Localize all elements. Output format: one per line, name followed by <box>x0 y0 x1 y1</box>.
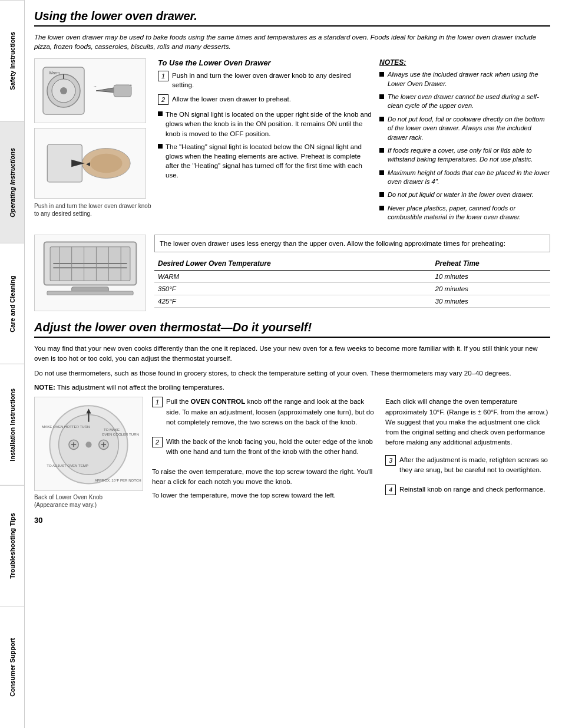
thermo-step-3: 3 After the adjustment is made, retighte… <box>385 455 550 479</box>
sidebar: Safety Instructions Operating Instructio… <box>0 0 25 728</box>
thermo-caption-1: Back of Lower Oven Knob <box>34 493 146 501</box>
oven-knob-diagram: Warm → <box>34 58 146 123</box>
preheat-table: Desired Lower Oven Temperature Preheat T… <box>154 257 550 308</box>
right-col: NOTES: Always use the included drawer ra… <box>379 58 550 226</box>
sidebar-item-troubleshooting[interactable]: Troubleshooting Tips <box>0 485 24 607</box>
thermo-right-intro: Each click will change the oven temperat… <box>385 397 550 447</box>
step-text-2: Allow the lower oven drawer to preheat. <box>172 94 291 104</box>
thermo-knob-diagram: MAKE OVEN HOTTER TURN TO ADJUST OVEN TEM… <box>34 397 143 491</box>
note-6: Do not put liquid or water in the lower … <box>379 190 550 199</box>
thermo-left: MAKE OVEN HOTTER TURN TO ADJUST OVEN TEM… <box>34 397 146 509</box>
svg-point-3 <box>60 87 67 94</box>
signal-on-text: The ON signal light is located on the up… <box>166 110 373 138</box>
step-num-1: 1 <box>158 71 168 81</box>
sidebar-item-consumer[interactable]: Consumer Support <box>0 607 24 728</box>
thermo-caption-2: (Appearance may vary.) <box>34 501 146 509</box>
note-4: If foods require a cover, use only foil … <box>379 146 550 164</box>
preheat-table-wrap: The lower oven drawer uses less energy t… <box>154 235 550 311</box>
svg-text:TO MAKE: TO MAKE <box>104 427 120 431</box>
svg-text:TO ADJUST OVEN TEMP: TO ADJUST OVEN TEMP <box>47 463 88 467</box>
thermo-step-text-1: Pull the OVEN CONTROL knob off the range… <box>166 397 379 427</box>
note-3-text: Do not put food, foil or cookware direct… <box>388 115 550 142</box>
note-7: Never place plastics, paper, canned food… <box>379 204 550 222</box>
col-header-temp: Desired Lower Oven Temperature <box>154 257 432 271</box>
col-header-time: Preheat Time <box>432 257 550 271</box>
svg-text:→: → <box>93 84 97 88</box>
note-2-text: The lower oven drawer cannot be used dur… <box>388 93 550 111</box>
left-col: Warm → ◀ Push in and turn t <box>34 58 152 226</box>
thermo-middle: 1 Pull the OVEN CONTROL knob off the ran… <box>152 397 379 509</box>
sidebar-item-operating[interactable]: Operating Instructions <box>0 121 24 243</box>
svg-text:APPROX. 10°F PER NOTCH: APPROX. 10°F PER NOTCH <box>95 478 141 482</box>
step-1: 1 Push in and turn the lower oven drawer… <box>158 71 373 90</box>
thermo-note: NOTE: This adjustment will not affect th… <box>34 383 550 392</box>
note-5: Maximum height of foods that can be plac… <box>379 169 550 187</box>
thermo-step-num-3: 3 <box>385 455 396 466</box>
diagram-caption-knob: Push in and turn the lower oven drawer k… <box>34 202 152 218</box>
signal-on: The ON signal light is located on the up… <box>158 110 373 138</box>
thermo-note-text: This adjustment will not affect the broi… <box>57 384 224 391</box>
preheat-oven-diagram <box>34 235 146 311</box>
temp-cell: WARM <box>154 270 432 282</box>
note-6-text: Do not put liquid or water in the lower … <box>388 190 534 199</box>
svg-point-41 <box>85 442 91 447</box>
svg-text:Warm: Warm <box>49 71 60 75</box>
svg-text:◀: ◀ <box>86 161 90 167</box>
thermo-raise-text: To raise the oven temperature, move the … <box>152 467 379 487</box>
signal-heating: The "Heating" signal light is located be… <box>158 142 373 180</box>
note-1-text: Always use the included drawer rack when… <box>388 70 550 88</box>
sidebar-item-care[interactable]: Care and Cleaning <box>0 243 24 364</box>
svg-text:OVEN COOLER TURN: OVEN COOLER TURN <box>102 432 139 436</box>
step-num-2: 2 <box>158 94 168 105</box>
thermo-step-text-2: With the back of the knob facing you, ho… <box>166 437 379 457</box>
thermo-right: Each click will change the oven temperat… <box>385 397 550 509</box>
thermo-intro-1: You may find that your new oven cooks di… <box>34 344 550 364</box>
main-content: Using the lower oven drawer. The lower o… <box>25 0 562 728</box>
thermo-step-text-4: Reinstall knob on range and check perfor… <box>399 485 545 495</box>
note-5-text: Maximum height of foods that can be plac… <box>388 169 550 187</box>
upper-section: Warm → ◀ Push in and turn t <box>34 58 550 226</box>
thermo-step-1: 1 Pull the OVEN CONTROL knob off the ran… <box>152 397 379 431</box>
thermo-lower: MAKE OVEN HOTTER TURN TO ADJUST OVEN TEM… <box>34 397 550 509</box>
thermo-step-num-1: 1 <box>152 397 163 407</box>
svg-point-11 <box>90 154 123 173</box>
intro-text: The lower oven drawer may be used to bak… <box>34 32 550 51</box>
thermo-step-4: 4 Reinstall knob on range and check perf… <box>385 485 550 498</box>
table-row: 350°F20 minutes <box>154 282 550 295</box>
page-number: 30 <box>34 516 550 525</box>
time-cell: 30 minutes <box>432 295 550 307</box>
note-3: Do not put food, foil or cookware direct… <box>379 115 550 142</box>
temp-cell: 425°F <box>154 295 432 307</box>
thermo-step-text-3: After the adjustment is made, retighten … <box>399 455 550 476</box>
preheat-section: The lower oven drawer uses less energy t… <box>34 235 550 311</box>
subsection-title: To Use the Lower Oven Drawer <box>158 58 373 67</box>
preheat-intro: The lower oven drawer uses less energy t… <box>154 235 550 252</box>
svg-rect-8 <box>114 85 131 97</box>
time-cell: 20 minutes <box>432 282 550 295</box>
thermo-step-num-2: 2 <box>152 437 163 447</box>
note-1: Always use the included drawer rack when… <box>379 70 550 88</box>
step-text-1: Push in and turn the lower oven drawer k… <box>172 71 373 90</box>
thermo-step-num-4: 4 <box>385 485 396 495</box>
note-2: The lower oven drawer cannot be used dur… <box>379 93 550 111</box>
svg-text:MAKE OVEN HOTTER TURN: MAKE OVEN HOTTER TURN <box>42 424 90 428</box>
temp-cell: 350°F <box>154 282 432 295</box>
oven-hand-diagram: ◀ <box>34 128 146 199</box>
step-2: 2 Allow the lower oven drawer to preheat… <box>158 94 373 105</box>
table-row: WARM10 minutes <box>154 270 550 282</box>
note-4-text: If foods require a cover, use only foil … <box>388 146 550 164</box>
signal-heating-text: The "Heating" signal light is located be… <box>166 142 373 180</box>
note-7-text: Never place plastics, paper, canned food… <box>388 204 550 222</box>
thermo-lower-text: To lower the temperature, move the top s… <box>152 490 379 500</box>
section-title-lower-oven: Using the lower oven drawer. <box>34 9 550 27</box>
table-row: 425°F30 minutes <box>154 295 550 307</box>
sidebar-item-installation[interactable]: Installation Instructions <box>0 364 24 485</box>
thermo-step-2: 2 With the back of the knob facing you, … <box>152 437 379 461</box>
notes-label: NOTES: <box>379 58 550 67</box>
thermo-intro-2: Do not use thermometers, such as those f… <box>34 368 550 378</box>
svg-rect-25 <box>47 291 133 295</box>
signal-block: The ON signal light is located on the up… <box>158 110 373 180</box>
thermostat-section-title: Adjust the lower oven thermostat—Do it y… <box>34 321 550 338</box>
middle-col: To Use the Lower Oven Drawer 1 Push in a… <box>158 58 373 226</box>
sidebar-item-safety[interactable]: Safety Instructions <box>0 0 24 121</box>
